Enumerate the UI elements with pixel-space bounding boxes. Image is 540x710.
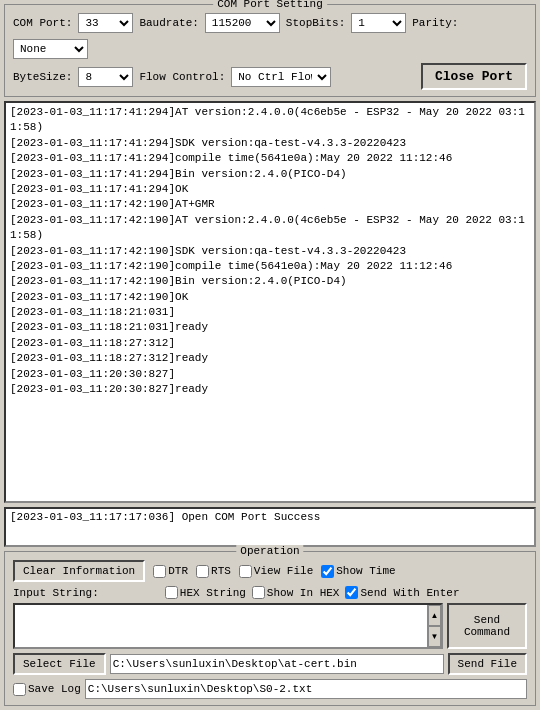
select-file-button[interactable]: Select File	[13, 653, 106, 675]
sendwithenter-checkbox[interactable]	[345, 586, 358, 599]
showtime-label: Show Time	[336, 565, 395, 577]
com-port-title: COM Port Setting	[213, 0, 327, 10]
log-line: [2023-01-03_11:17:42:190]compile time(56…	[10, 259, 530, 274]
log-line: [2023-01-03_11:17:42:190]AT+GMR	[10, 197, 530, 212]
showinhex-checkbox-label: Show In HEX	[252, 586, 340, 599]
send-command-button[interactable]: Send Command	[447, 603, 527, 649]
rts-checkbox-label: RTS	[196, 565, 231, 578]
log-line: [2023-01-03_11:17:42:190]OK	[10, 290, 530, 305]
parity-select[interactable]: None	[13, 39, 88, 59]
log-line: [2023-01-03_11:18:21:031]ready	[10, 320, 530, 335]
dtr-checkbox-label: DTR	[153, 565, 188, 578]
hexstring-label: HEX String	[180, 587, 246, 599]
hexstring-checkbox-label: HEX String	[165, 586, 246, 599]
hexstring-checkbox[interactable]	[165, 586, 178, 599]
com-row-2: ByteSize: 8 Flow Control: No Ctrl Flow C…	[13, 63, 527, 90]
showtime-checkbox-label: Show Time	[321, 565, 395, 578]
showtime-checkbox[interactable]	[321, 565, 334, 578]
command-area: ▲ ▼ Send Command	[13, 603, 527, 649]
savelog-checkbox[interactable]	[13, 683, 26, 696]
log-line: [2023-01-03_11:17:41:294]compile time(56…	[10, 151, 530, 166]
parity-label: Parity:	[412, 17, 458, 29]
showinhex-label: Show In HEX	[267, 587, 340, 599]
op-row-1: Clear Information DTR RTS View File Show…	[13, 560, 527, 582]
rts-label: RTS	[211, 565, 231, 577]
dtr-checkbox[interactable]	[153, 565, 166, 578]
savelog-label: Save Log	[28, 683, 81, 695]
command-textarea[interactable]	[15, 605, 427, 647]
stopbits-select[interactable]: 1	[351, 13, 406, 33]
rts-checkbox[interactable]	[196, 565, 209, 578]
savelog-row: Save Log	[13, 679, 527, 699]
file-path-input[interactable]	[110, 654, 444, 674]
sendwithenter-label: Send With Enter	[360, 587, 459, 599]
log-line: [2023-01-03_11:17:41:294]SDK version:qa-…	[10, 136, 530, 151]
log-line: [2023-01-03_11:18:27:312]ready	[10, 351, 530, 366]
viewfile-checkbox-label: View File	[239, 565, 313, 578]
viewfile-checkbox[interactable]	[239, 565, 252, 578]
scroll-down-btn[interactable]: ▼	[428, 626, 441, 647]
log-line: [2023-01-03_11:17:42:190]SDK version:qa-…	[10, 244, 530, 259]
status-area: [2023-01-03_11:17:17:036] Open COM Port …	[4, 507, 536, 547]
com-port-select[interactable]: 33	[78, 13, 133, 33]
dtr-label: DTR	[168, 565, 188, 577]
log-line: [2023-01-03_11:20:30:827]ready	[10, 382, 530, 397]
savelog-checkbox-label: Save Log	[13, 683, 81, 696]
scroll-up-btn[interactable]: ▲	[428, 605, 441, 626]
bytesize-label: ByteSize:	[13, 71, 72, 83]
sendwithenter-checkbox-label: Send With Enter	[345, 586, 459, 599]
send-file-button[interactable]: Send File	[448, 653, 527, 675]
file-row: Select File Send File	[13, 653, 527, 675]
savelog-path-input[interactable]	[85, 679, 527, 699]
com-port-panel: COM Port Setting COM Port: 33 Baudrate: …	[4, 4, 536, 97]
log-line: [2023-01-03_11:17:41:294]AT version:2.4.…	[10, 105, 530, 136]
input-string-label: Input String:	[13, 587, 99, 599]
operation-panel: Operation Clear Information DTR RTS View…	[4, 551, 536, 706]
baudrate-select[interactable]: 115200	[205, 13, 280, 33]
log-line: [2023-01-03_11:17:41:294]OK	[10, 182, 530, 197]
showinhex-checkbox[interactable]	[252, 586, 265, 599]
flowcontrol-select[interactable]: No Ctrl Flow	[231, 67, 331, 87]
log-line: [2023-01-03_11:20:30:827]	[10, 367, 530, 382]
log-line: [2023-01-03_11:17:41:294]Bin version:2.4…	[10, 167, 530, 182]
baudrate-label: Baudrate:	[139, 17, 198, 29]
flowcontrol-label: Flow Control:	[139, 71, 225, 83]
com-port-label: COM Port:	[13, 17, 72, 29]
close-port-button[interactable]: Close Port	[421, 63, 527, 90]
log-line: [2023-01-03_11:17:42:190]AT version:2.4.…	[10, 213, 530, 244]
operation-title: Operation	[236, 545, 303, 557]
viewfile-label: View File	[254, 565, 313, 577]
main-container: COM Port Setting COM Port: 33 Baudrate: …	[0, 0, 540, 710]
status-line: [2023-01-03_11:17:17:036] Open COM Port …	[10, 511, 530, 523]
log-area[interactable]: [2023-01-03_11:17:41:294]AT version:2.4.…	[4, 101, 536, 503]
com-row-1: COM Port: 33 Baudrate: 115200 StopBits: …	[13, 13, 527, 59]
log-line: [2023-01-03_11:18:27:312]	[10, 336, 530, 351]
bytesize-select[interactable]: 8	[78, 67, 133, 87]
log-line: [2023-01-03_11:18:21:031]	[10, 305, 530, 320]
log-line: [2023-01-03_11:17:42:190]Bin version:2.4…	[10, 274, 530, 289]
clear-info-button[interactable]: Clear Information	[13, 560, 145, 582]
stopbits-label: StopBits:	[286, 17, 345, 29]
